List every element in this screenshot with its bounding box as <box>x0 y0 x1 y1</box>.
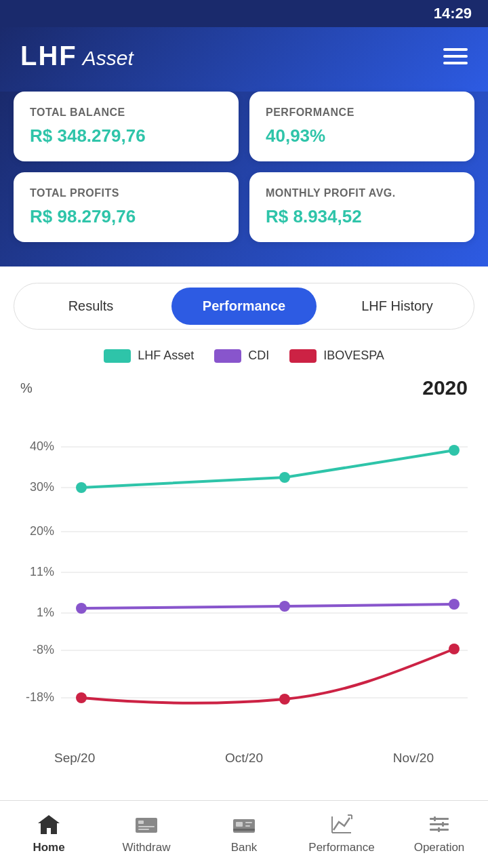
nav-performance[interactable]: Performance <box>293 812 390 854</box>
svg-text:20%: 20% <box>30 524 54 538</box>
dot-lhf-asset-3 <box>449 445 460 456</box>
x-label-oct: Oct/20 <box>225 751 263 766</box>
bottom-nav: Home Withdraw Bank <box>0 800 488 868</box>
card-performance-label: PERFORMANCE <box>266 106 458 119</box>
legend-color-cdi <box>214 349 241 363</box>
dot-lhf-asset-2 <box>279 472 290 483</box>
svg-rect-32 <box>438 827 440 832</box>
x-label-sep: Sep/20 <box>54 751 95 766</box>
app-logo: LHF Asset <box>20 41 134 71</box>
nav-bank[interactable]: Bank <box>195 812 293 854</box>
nav-withdraw[interactable]: Withdraw <box>98 812 195 854</box>
legend-label-ibovespa: IBOVESPA <box>323 349 384 363</box>
tab-results[interactable]: Results <box>18 288 163 325</box>
tab-bar: Results Performance LHF History <box>14 283 474 330</box>
chart-header: % 2020 <box>14 376 474 399</box>
svg-rect-14 <box>136 818 157 833</box>
svg-rect-30 <box>434 816 436 821</box>
nav-operation-label: Operation <box>414 841 465 854</box>
card-performance: PERFORMANCE 40,93% <box>249 92 474 161</box>
line-ibovespa <box>81 649 454 703</box>
bank-icon <box>230 812 258 837</box>
tab-lhf-history[interactable]: LHF History <box>325 288 470 325</box>
svg-text:11%: 11% <box>30 565 54 578</box>
svg-rect-19 <box>236 822 243 827</box>
svg-text:40%: 40% <box>30 439 54 453</box>
card-performance-value: 40,93% <box>266 125 458 146</box>
status-bar: 14:29 <box>0 0 488 27</box>
dot-ibovespa-1 <box>76 692 87 703</box>
svg-rect-16 <box>138 826 155 827</box>
svg-text:-18%: -18% <box>26 690 54 704</box>
nav-performance-label: Performance <box>308 841 374 854</box>
svg-rect-20 <box>245 822 252 823</box>
withdraw-icon <box>133 812 160 837</box>
cards-row-2: TOTAL PROFITS R$ 98.279,76 MONTHLY PROFI… <box>14 172 474 242</box>
nav-operation[interactable]: Operation <box>390 812 488 854</box>
cards-section: TOTAL BALANCE R$ 348.279,76 PERFORMANCE … <box>0 92 488 267</box>
status-time: 14:29 <box>434 5 472 22</box>
svg-text:30%: 30% <box>30 480 54 494</box>
svg-rect-17 <box>138 829 149 830</box>
line-cdi <box>81 604 454 608</box>
svg-rect-15 <box>138 821 144 824</box>
operation-icon <box>426 812 453 837</box>
chart-legend: LHF Asset CDI IBOVESPA <box>14 349 474 363</box>
dot-lhf-asset-1 <box>76 482 87 493</box>
logo-asset: Asset <box>83 47 134 70</box>
logo-lhf: LHF <box>20 41 77 71</box>
svg-rect-28 <box>430 823 449 825</box>
legend-ibovespa: IBOVESPA <box>289 349 384 363</box>
home-icon <box>35 812 62 837</box>
legend-color-ibovespa <box>289 349 317 363</box>
menu-button[interactable] <box>443 48 468 64</box>
main-content: Results Performance LHF History LHF Asse… <box>0 267 488 840</box>
card-total-balance: TOTAL BALANCE R$ 348.279,76 <box>14 92 239 161</box>
dot-ibovespa-3 <box>449 644 460 654</box>
card-total-profits-label: TOTAL PROFITS <box>30 187 222 199</box>
performance-icon <box>328 812 355 837</box>
cards-row-1: TOTAL BALANCE R$ 348.279,76 PERFORMANCE … <box>14 92 474 161</box>
dot-cdi-1 <box>76 603 87 614</box>
legend-cdi: CDI <box>214 349 269 363</box>
dot-cdi-2 <box>279 601 290 612</box>
x-label-nov: Nov/20 <box>393 751 434 766</box>
chart-container: 40% 30% 20% 11% 1% -8% -18% <box>14 406 474 745</box>
svg-rect-27 <box>430 818 449 820</box>
svg-text:1%: 1% <box>37 606 54 619</box>
svg-text:-8%: -8% <box>33 643 54 656</box>
svg-rect-22 <box>233 829 255 831</box>
card-monthly-profit: MONTHLY PROFIT AVG. R$ 8.934,52 <box>249 172 474 242</box>
line-lhf-asset <box>81 450 454 488</box>
legend-label-lhf-asset: LHF Asset <box>138 349 194 363</box>
tab-performance[interactable]: Performance <box>171 288 317 325</box>
card-total-profits: TOTAL PROFITS R$ 98.279,76 <box>14 172 239 242</box>
card-monthly-profit-value: R$ 8.934,52 <box>266 206 458 227</box>
performance-chart: 40% 30% 20% 11% 1% -8% -18% <box>20 406 481 745</box>
dot-ibovespa-2 <box>279 694 290 705</box>
svg-rect-21 <box>245 825 250 827</box>
chart-x-labels: Sep/20 Oct/20 Nov/20 <box>14 745 474 766</box>
legend-color-lhf-asset <box>104 349 131 363</box>
nav-withdraw-label: Withdraw <box>123 841 171 854</box>
chart-axis-label: % <box>20 380 33 396</box>
dot-cdi-3 <box>449 599 460 610</box>
nav-home-label: Home <box>33 841 64 854</box>
legend-label-cdi: CDI <box>248 349 269 363</box>
card-monthly-profit-label: MONTHLY PROFIT AVG. <box>266 187 458 199</box>
app-header: LHF Asset <box>0 27 488 92</box>
card-total-balance-label: TOTAL BALANCE <box>30 106 222 119</box>
nav-home[interactable]: Home <box>0 812 98 854</box>
chart-year: 2020 <box>422 376 468 399</box>
nav-bank-label: Bank <box>231 841 258 854</box>
legend-lhf-asset: LHF Asset <box>104 349 194 363</box>
svg-rect-31 <box>442 822 444 827</box>
card-total-profits-value: R$ 98.279,76 <box>30 206 222 227</box>
card-total-balance-value: R$ 348.279,76 <box>30 125 222 146</box>
